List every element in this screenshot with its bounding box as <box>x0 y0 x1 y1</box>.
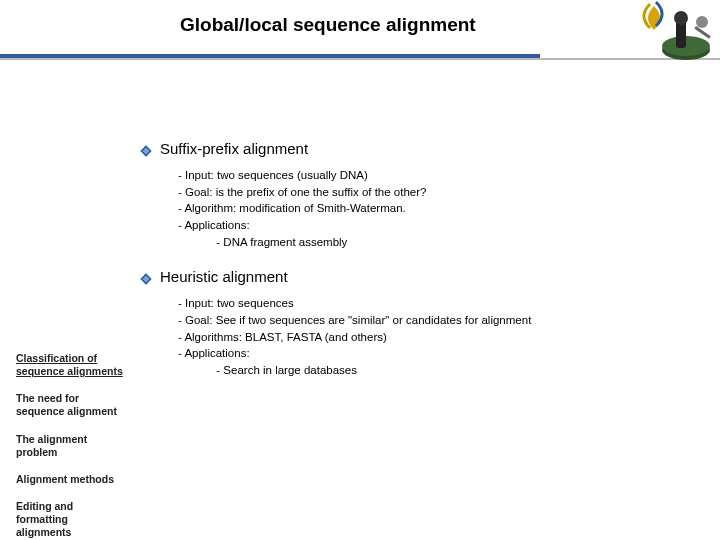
body-line: - Input: two sequences (usually DNA) <box>178 167 690 184</box>
body-line: - Goal: See if two sequences are "simila… <box>178 312 690 329</box>
body-line: - DNA fragment assembly <box>178 234 690 251</box>
body-line: - Goal: is the prefix of one the suffix … <box>178 184 690 201</box>
diamond-bullet-icon <box>140 143 152 155</box>
body-line: - Applications: <box>178 217 690 234</box>
sidebar-item-methods[interactable]: Alignment methods <box>16 473 126 486</box>
section-heading-text: Heuristic alignment <box>160 268 288 285</box>
svg-point-3 <box>674 11 688 25</box>
title-rule-gray <box>0 58 720 60</box>
body-line: - Algorithms: BLAST, FASTA (and others) <box>178 329 690 346</box>
slide: Global/local sequence alignment <box>0 0 720 540</box>
svg-point-4 <box>696 16 708 28</box>
section-heading: Suffix-prefix alignment <box>140 140 690 157</box>
sidebar-item-problem[interactable]: The alignment problem <box>16 433 126 459</box>
sidebar-item-editing[interactable]: Editing and formatting alignments <box>16 500 126 539</box>
body-line: - Algorithm: modification of Smith-Water… <box>178 200 690 217</box>
section-body: - Input: two sequences - Goal: See if tw… <box>178 295 690 378</box>
sidebar-nav: Classification of sequence alignments Th… <box>16 352 126 540</box>
content-area: Suffix-prefix alignment - Input: two seq… <box>140 140 690 397</box>
body-line: - Input: two sequences <box>178 295 690 312</box>
body-line: - Applications: <box>178 345 690 362</box>
section-heuristic: Heuristic alignment - Input: two sequenc… <box>140 268 690 378</box>
section-heading-text: Suffix-prefix alignment <box>160 140 308 157</box>
logo-illustration <box>634 0 714 72</box>
section-heading: Heuristic alignment <box>140 268 690 285</box>
section-suffix-prefix: Suffix-prefix alignment - Input: two seq… <box>140 140 690 250</box>
body-line: - Search in large databases <box>178 362 690 379</box>
sidebar-item-classification[interactable]: Classification of sequence alignments <box>16 352 126 378</box>
slide-title: Global/local sequence alignment <box>180 14 476 36</box>
sidebar-item-need[interactable]: The need for sequence alignment <box>16 392 126 418</box>
section-body: - Input: two sequences (usually DNA) - G… <box>178 167 690 250</box>
diamond-bullet-icon <box>140 271 152 283</box>
